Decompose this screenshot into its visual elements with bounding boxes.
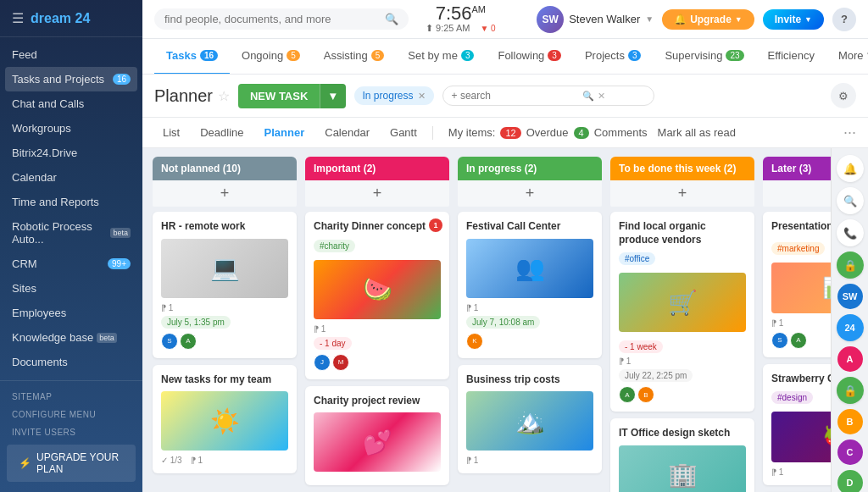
rs-user-avatar-4[interactable]: C (837, 439, 863, 465)
card-strawberry[interactable]: Strawberry Cafe design #design 🍓 ⁋ 1 (763, 364, 831, 486)
card-avatar: A (180, 333, 197, 350)
card-charity-review[interactable]: Charity project review 💕 (305, 386, 449, 486)
global-search[interactable]: 🔍 (154, 8, 409, 30)
card-new-tasks[interactable]: New tasks for my team ☀️ ✓ 1/3 ⁋ 1 (153, 365, 297, 474)
clock-notification: ▼ 0 (480, 24, 495, 33)
rs-lock2-icon[interactable]: 🔒 (837, 377, 864, 404)
sidebar-item-workgroups[interactable]: Workgroups (0, 116, 142, 141)
col-add-later[interactable]: + (763, 180, 831, 207)
sidebar-item-documents[interactable]: Documents (0, 350, 142, 374)
tab-setbyme[interactable]: Set by me 3 (396, 39, 486, 75)
card-deadline: - 1 day (314, 337, 352, 350)
kanban-container: Not planned (10) + HR - remote work 💻 ⁋ … (142, 148, 868, 492)
card-charity-dinner[interactable]: 1 Charity Dinner concept #charity 🍉 ⁋ 1 … (305, 212, 449, 379)
tab-assisting[interactable]: Assisting 5 (312, 39, 397, 75)
assisting-tab-badge: 5 (371, 50, 385, 61)
tab-supervising[interactable]: Supervising 23 (653, 39, 755, 75)
card-title: Festival Call Center (466, 220, 593, 234)
tab-ongoing[interactable]: Ongoing 5 (230, 39, 312, 75)
sidebar-item-time[interactable]: Time and Reports (0, 190, 142, 214)
card-count: ⁋ 1 (466, 456, 478, 465)
configure-menu-link[interactable]: CONFIGURE MENU (0, 406, 142, 423)
card-presentation[interactable]: Presentation draft #marketing - 1 week 📊… (763, 212, 831, 357)
favorite-icon[interactable]: ☆ (218, 88, 230, 104)
mark-all-read-button[interactable]: Mark all as read (658, 126, 736, 139)
sidebar-item-employees[interactable]: Employees (0, 301, 142, 325)
rs-user-avatar-5[interactable]: D (837, 470, 863, 492)
sidebar-item-drive[interactable]: Bitrix24.Drive (0, 141, 142, 165)
rs-user-avatar-2[interactable]: A (837, 346, 863, 372)
rs-user-avatar-1[interactable]: SW (837, 284, 863, 309)
topbar: 🔍 7:56AM ⬆ 9:25 AM ▼ 0 SW Steven Walker … (142, 0, 868, 39)
tab-following[interactable]: Following 3 (486, 39, 572, 75)
sidebar-item-knowledge[interactable]: Knowledge base beta (0, 325, 142, 350)
rs-search-icon[interactable]: 🔍 (837, 187, 864, 214)
invite-users-link[interactable]: INVITE USERS (0, 423, 142, 441)
card-it-office[interactable]: IT Office design sketch 🏢 ⁋ 1 July 21, 9… (610, 418, 754, 492)
tab-efficiency[interactable]: Efficiency (756, 39, 826, 75)
search-input[interactable] (164, 13, 380, 25)
search-clear-icon[interactable]: 🔍 (582, 91, 594, 102)
sidebar-item-crm[interactable]: CRM 99+ (0, 252, 142, 276)
menu-icon[interactable]: ☰ (12, 10, 24, 26)
ongoing-tab-badge: 5 (287, 50, 300, 61)
sidebar-item-chat[interactable]: Chat and Calls (0, 91, 142, 116)
upgrade-button[interactable]: 🔔 Upgrade ▼ (662, 9, 754, 30)
my-items-filter: My items: 12 Overdue 4 Comments (448, 126, 648, 139)
card-meta: ⁋ 1 (466, 456, 593, 465)
setbyme-tab-badge: 3 (461, 50, 475, 61)
new-task-dropdown-button[interactable]: ▼ (320, 84, 345, 108)
card-hr-remote[interactable]: HR - remote work 💻 ⁋ 1 July 5, 1:35 pm S… (153, 212, 297, 358)
sitemap-link[interactable]: SITEMAP (0, 388, 142, 406)
col-add-not-planned[interactable]: + (153, 180, 297, 207)
sidebar-item-tasks[interactable]: Tasks and Projects 16 (5, 67, 137, 91)
col-add-in-progress[interactable]: + (458, 180, 602, 207)
card-business-trip[interactable]: Business trip costs 🏔️ ⁋ 1 (458, 365, 602, 474)
rs-notifications-icon[interactable]: 🔔 (837, 155, 864, 182)
card-festival[interactable]: Festival Call Center 👥 ⁋ 1 July 7, 10:08… (458, 212, 602, 358)
view-calendar[interactable]: Calendar (316, 123, 378, 142)
clock-time: 7:56AM (426, 4, 496, 23)
sidebar-item-dev[interactable]: Developer resources (0, 374, 142, 380)
rs-phone-icon[interactable]: 📞 (837, 219, 864, 246)
card-date: July 5, 1:35 pm (161, 316, 231, 329)
card-meta: ⁋ 1 (161, 303, 288, 312)
rs-bitrix24-icon[interactable]: 24 (837, 314, 864, 341)
view-deadline[interactable]: Deadline (192, 123, 252, 142)
upgrade-plan-button[interactable]: ⚡ UPGRADE YOUR PLAN (7, 445, 136, 482)
column-later: Later (3) + Presentation draft #marketin… (763, 157, 831, 492)
col-add-important[interactable]: + (305, 180, 449, 207)
card-tag: #marketing (771, 242, 825, 255)
sidebar-item-sites[interactable]: Sites (0, 276, 142, 301)
new-task-button[interactable]: NEW TASK (238, 84, 320, 108)
task-search[interactable]: 🔍 ✕ (442, 86, 654, 106)
search-x-icon[interactable]: ✕ (598, 91, 605, 102)
col-add-to-be-done[interactable]: + (610, 180, 754, 207)
tab-tasks[interactable]: Tasks 16 (154, 39, 230, 75)
sidebar-item-feed[interactable]: Feed (0, 42, 142, 67)
overdue-badge[interactable]: 12 (500, 127, 520, 139)
card-organic-vendors[interactable]: Find local organic produce vendors #offi… (610, 212, 754, 412)
view-list[interactable]: List (154, 123, 188, 142)
view-gantt[interactable]: Gantt (381, 123, 426, 142)
more-options-button[interactable]: ··· (843, 124, 856, 141)
card-meta: ⁋ 1 (314, 324, 441, 334)
app-logo: dream 24 (31, 11, 90, 26)
comments-badge[interactable]: 4 (574, 127, 589, 139)
sidebar-item-rpa[interactable]: Robotic Process Auto... beta (0, 214, 142, 252)
rs-lock-icon[interactable]: 🔒 (837, 252, 864, 279)
tab-more[interactable]: More ▼ (826, 39, 868, 75)
card-count: ⁋ 1 (771, 318, 783, 328)
sidebar-item-calendar[interactable]: Calendar (0, 165, 142, 190)
filter-chip-inprogress[interactable]: In progress ✕ (354, 86, 434, 105)
rs-user-avatar-3[interactable]: B (837, 409, 863, 434)
tab-projects[interactable]: Projects 3 (573, 39, 654, 75)
planner-settings-button[interactable]: ⚙ (831, 83, 856, 108)
user-info[interactable]: SW Steven Walker ▼ (537, 6, 654, 33)
view-planner[interactable]: Planner (256, 123, 314, 142)
task-search-input[interactable] (452, 90, 579, 102)
help-button[interactable]: ? (832, 8, 856, 31)
filter-chip-close[interactable]: ✕ (418, 91, 426, 102)
invite-button[interactable]: Invite ▼ (763, 9, 824, 30)
col-header-not-planned: Not planned (10) (153, 157, 297, 180)
